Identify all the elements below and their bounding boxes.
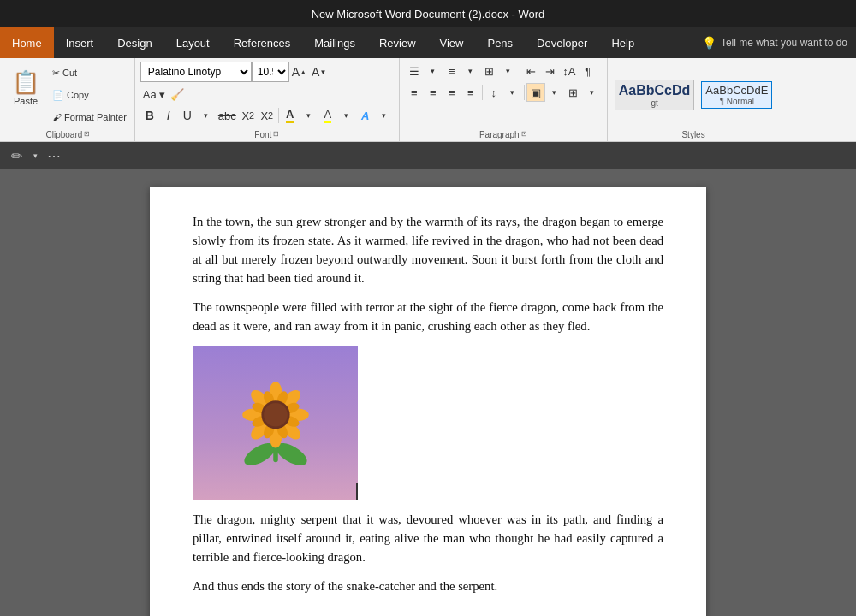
highlight-button[interactable]: A (318, 106, 337, 125)
title-bar: New Microsoft Word Document (2).docx - W… (0, 0, 856, 27)
superscript-button[interactable]: X2 (258, 106, 276, 125)
style-item-normal[interactable]: AaBbCcDdE ¶ Normal (701, 81, 772, 110)
sunflower-svg (229, 371, 323, 474)
align-right-button[interactable]: ≡ (443, 83, 461, 102)
decrease-indent-button[interactable]: ⇤ (522, 62, 541, 80)
sort-button[interactable]: ↕A (560, 62, 579, 80)
increase-indent-button[interactable]: ⇥ (541, 62, 560, 80)
font-group: Palatino Linotyp 10.5 A▲ A▼ Aa ▾ 🧹 B I U… (135, 58, 400, 141)
tab-view[interactable]: View (428, 27, 476, 58)
font-size-select[interactable]: 10.5 (252, 62, 289, 82)
font-expand[interactable]: ⊡ (273, 130, 279, 138)
tab-design[interactable]: Design (105, 27, 163, 58)
image-cursor (356, 483, 358, 500)
ribbon-controls: 📋 Paste ✂ Cut 📄 Copy 🖌 Format Painter Cl… (0, 58, 856, 142)
numbering-button[interactable]: ≡ (443, 62, 461, 80)
paste-button[interactable]: 📋 Paste (7, 62, 45, 113)
cut-button[interactable]: ✂ Cut (50, 67, 129, 80)
tab-insert[interactable]: Insert (54, 27, 106, 58)
ribbon-tab-bar: Home Insert Design Layout References Mai… (0, 27, 856, 58)
draw-tool-dropdown[interactable]: ▾ (26, 146, 45, 165)
style-preview-heading: AaBbCcDd (619, 82, 691, 98)
paragraph-3: The dragon, mighty serpent that it was, … (193, 510, 663, 566)
strikethrough-button[interactable]: abc (216, 106, 239, 125)
bold-button[interactable]: B (140, 106, 159, 125)
clipboard-group: 📋 Paste ✂ Cut 📄 Copy 🖌 Format Painter Cl… (3, 58, 135, 141)
paste-label: Paste (14, 96, 38, 106)
clipboard-expand[interactable]: ⊡ (84, 130, 90, 138)
font-color-button[interactable]: A (281, 106, 300, 125)
show-hide-button[interactable]: ¶ (579, 62, 597, 80)
bullets-dropdown[interactable]: ▾ (424, 62, 443, 80)
svg-point-20 (264, 403, 288, 427)
dropdown-underline[interactable]: ▾ (197, 106, 216, 125)
tab-layout[interactable]: Layout (164, 27, 222, 58)
tab-references[interactable]: References (222, 27, 302, 58)
align-center-button[interactable]: ≡ (424, 83, 443, 102)
tab-home[interactable]: Home (0, 27, 54, 58)
document-image[interactable] (193, 346, 663, 500)
styles-label: Styles (681, 128, 704, 139)
style-preview-normal: AaBbCcDdE (705, 84, 768, 98)
subscript-button[interactable]: X2 (239, 106, 258, 125)
copy-button[interactable]: 📄 Copy (50, 89, 129, 102)
align-left-button[interactable]: ≡ (405, 83, 424, 102)
justify-button[interactable]: ≡ (461, 83, 480, 102)
text-effects-button[interactable]: A (356, 106, 375, 125)
style-label-heading: gt (651, 98, 657, 108)
multilevel-button[interactable]: ⊞ (480, 62, 499, 80)
paragraph-4: And thus ends the story of the snake-cat… (193, 577, 663, 595)
paragraph-1: In the town, the sun grew stronger and b… (193, 212, 663, 287)
shading-dropdown[interactable]: ▾ (545, 83, 564, 102)
main-area: In the town, the sun grew stronger and b… (0, 169, 856, 616)
draw-tool-button[interactable]: ✏ (7, 146, 26, 165)
title-text: New Microsoft Word Document (2).docx - W… (312, 8, 545, 21)
multilevel-dropdown[interactable]: ▾ (499, 62, 518, 80)
tab-help[interactable]: Help (599, 27, 646, 58)
draw-options-button[interactable]: ⋯ (45, 146, 63, 165)
font-color-dropdown[interactable]: ▾ (300, 106, 318, 125)
paragraph-expand[interactable]: ⊡ (521, 130, 527, 138)
tab-developer[interactable]: Developer (525, 27, 599, 58)
shading-button[interactable]: ▣ (526, 83, 545, 102)
tab-pens[interactable]: Pens (475, 27, 525, 58)
paragraph-label: Paragraph (479, 128, 520, 139)
font-family-select[interactable]: Palatino Linotyp (140, 62, 252, 82)
decrease-font-button[interactable]: A▼ (309, 62, 329, 81)
change-case-button[interactable]: Aa ▾ (140, 85, 169, 104)
document-page[interactable]: In the town, the sun grew stronger and b… (150, 187, 706, 616)
tab-mailings[interactable]: Mailings (302, 27, 367, 58)
style-item-heading[interactable]: AaBbCcDd gt (615, 80, 695, 110)
drawing-toolbar: ✏ ▾ ⋯ (0, 142, 856, 169)
font-label: Font (254, 128, 271, 139)
tell-me-text: Tell me what you want to do (721, 37, 847, 49)
bullets-button[interactable]: ☰ (405, 62, 424, 80)
italic-button[interactable]: I (159, 106, 178, 125)
numbering-dropdown[interactable]: ▾ (461, 62, 480, 80)
tab-review[interactable]: Review (367, 27, 428, 58)
increase-font-button[interactable]: A▲ (289, 62, 309, 81)
line-spacing-dropdown[interactable]: ▾ (503, 83, 522, 102)
underline-button[interactable]: U (178, 106, 197, 125)
style-label-normal: ¶ Normal (720, 97, 754, 106)
paragraph-2: The townspeople were filled with terror … (193, 298, 663, 335)
styles-group: AaBbCcDd gt AaBbCcDdE ¶ Normal Styles (608, 58, 780, 141)
line-spacing-button[interactable]: ↕ (484, 83, 503, 102)
sunflower-image (193, 346, 358, 500)
clear-format-button[interactable]: 🧹 (168, 85, 187, 104)
borders-button[interactable]: ⊞ (564, 83, 583, 102)
paragraph-group: ☰ ▾ ≡ ▾ ⊞ ▾ ⇤ ⇥ ↕A ¶ ≡ ≡ ≡ ≡ ↕ ▾ (400, 58, 608, 141)
lightbulb-icon: 💡 (702, 36, 716, 50)
borders-dropdown[interactable]: ▾ (583, 83, 602, 102)
tell-me-bar[interactable]: 💡 Tell me what you want to do (702, 36, 856, 50)
format-painter-button[interactable]: 🖌 Format Painter (50, 111, 129, 123)
clipboard-label: Clipboard (46, 128, 83, 139)
highlight-dropdown[interactable]: ▾ (337, 106, 356, 125)
paste-icon: 📋 (12, 69, 39, 96)
text-effects-dropdown[interactable]: ▾ (375, 106, 394, 125)
